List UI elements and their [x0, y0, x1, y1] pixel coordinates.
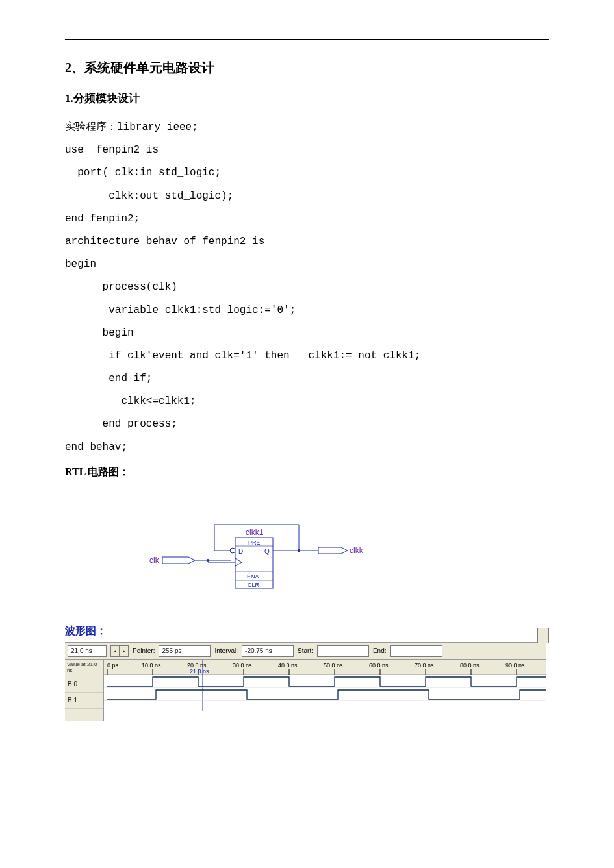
- code-line: clkk<=clkk1;: [65, 390, 549, 413]
- code-line: 实验程序：library ieee;: [65, 115, 549, 139]
- step-buttons[interactable]: ◂ ▸: [110, 645, 129, 657]
- interval-label: Interval:: [214, 647, 238, 654]
- value-at-header: Value at 21.0 ns: [65, 660, 103, 676]
- code-line: architecture behav of fenpin2 is: [65, 230, 549, 253]
- code-line: end fenpin2;: [65, 208, 549, 230]
- code-line: end if;: [65, 367, 549, 390]
- code-text: library ieee;: [117, 121, 198, 133]
- rtl-svg: clk clkk1 PRE D Q ENA: [104, 499, 377, 602]
- end-label: End:: [373, 647, 387, 654]
- waveform-viewer: 21.0 ns ◂ ▸ Pointer: 255 ps Interval: -2…: [65, 642, 546, 721]
- pointer-label: Pointer:: [133, 647, 155, 654]
- tick-label: 60.0 ns: [369, 662, 389, 669]
- cursor-label: 21.0 ns: [190, 668, 209, 675]
- tick-label: 30.0 ns: [233, 662, 252, 669]
- waveform-toolbar: 21.0 ns ◂ ▸ Pointer: 255 ps Interval: -2…: [65, 643, 546, 660]
- time-field[interactable]: 21.0 ns: [68, 645, 107, 657]
- block-name: clkk1: [246, 528, 264, 537]
- scroll-end-icon[interactable]: [537, 628, 549, 643]
- step-right-icon[interactable]: ▸: [120, 645, 129, 657]
- code-line: end process;: [65, 413, 549, 436]
- port-label: clk: [149, 556, 160, 565]
- tick-label: 40.0 ns: [278, 662, 298, 669]
- signal-wave-1: [107, 677, 546, 686]
- flipflop-block: clkk1 PRE D Q ENA CLR: [235, 528, 273, 588]
- section-heading-2: 2、系统硬件单元电路设计: [65, 59, 549, 77]
- waveform-plot[interactable]: 0 ps 10.0 ns 20.0 ns 30.0 ns 40.0 ns 50.…: [104, 660, 546, 721]
- signal-row[interactable]: B 0: [65, 676, 103, 693]
- top-rule: [65, 39, 549, 40]
- tick-label: 70.0 ns: [415, 662, 434, 669]
- waveform-signal-column: Value at 21.0 ns B 0 B 1: [65, 660, 104, 721]
- code-line: end behav;: [65, 436, 549, 459]
- pin-clr: CLR: [248, 582, 260, 588]
- pin-d: D: [238, 548, 243, 555]
- output-port-clkk: clkk: [318, 546, 364, 555]
- signal-wave-2: [107, 690, 546, 699]
- tick-label: 10.0 ns: [142, 662, 161, 669]
- code-line: port( clk:in std_logic;: [65, 162, 549, 184]
- interval-field[interactable]: -20.75 ns: [242, 645, 294, 657]
- code-line: variable clkk1:std_logic:='0';: [65, 299, 549, 322]
- tick-label: 50.0 ns: [324, 662, 343, 669]
- tick-label: 0 ps: [107, 662, 119, 669]
- input-port-clk: clk: [149, 556, 195, 565]
- code-line: process(clk): [65, 276, 549, 299]
- waveform-body: Value at 21.0 ns B 0 B 1 0 ps 10.0 ns 20…: [65, 660, 546, 721]
- end-field[interactable]: [390, 645, 442, 657]
- code-line: use fenpin2 is: [65, 139, 549, 162]
- pin-ena: ENA: [247, 573, 259, 580]
- waveform-label: 波形图：: [65, 625, 549, 638]
- junction-dot-icon: [207, 559, 209, 562]
- signal-row-empty: [65, 709, 103, 721]
- subsection-heading-1: 1.分频模块设计: [65, 91, 549, 106]
- signal-row[interactable]: B 1: [65, 693, 103, 709]
- tick-label: 90.0 ns: [505, 662, 525, 669]
- code-line: if clk'event and clk='1' then clkk1:= no…: [65, 345, 549, 367]
- waveform-svg: 0 ps 10.0 ns 20.0 ns 30.0 ns 40.0 ns 50.…: [104, 660, 546, 711]
- code-line: clkk:out std_logic);: [65, 185, 549, 208]
- code-line: begin: [65, 253, 549, 276]
- port-label: clkk: [350, 546, 364, 555]
- rtl-diagram: clk clkk1 PRE D Q ENA: [104, 499, 549, 605]
- start-label: Start:: [298, 647, 313, 654]
- pointer-field[interactable]: 255 ps: [159, 645, 211, 657]
- pin-q: Q: [264, 548, 270, 555]
- inverter-bubble-icon: [230, 548, 235, 553]
- code-prefix: 实验程序：: [65, 121, 117, 132]
- step-left-icon[interactable]: ◂: [110, 645, 120, 657]
- rtl-diagram-label: RTL 电路图：: [65, 465, 549, 479]
- code-line: begin: [65, 322, 549, 345]
- pin-pre: PRE: [248, 539, 261, 546]
- tick-label: 80.0 ns: [460, 662, 480, 669]
- start-field[interactable]: [317, 645, 369, 657]
